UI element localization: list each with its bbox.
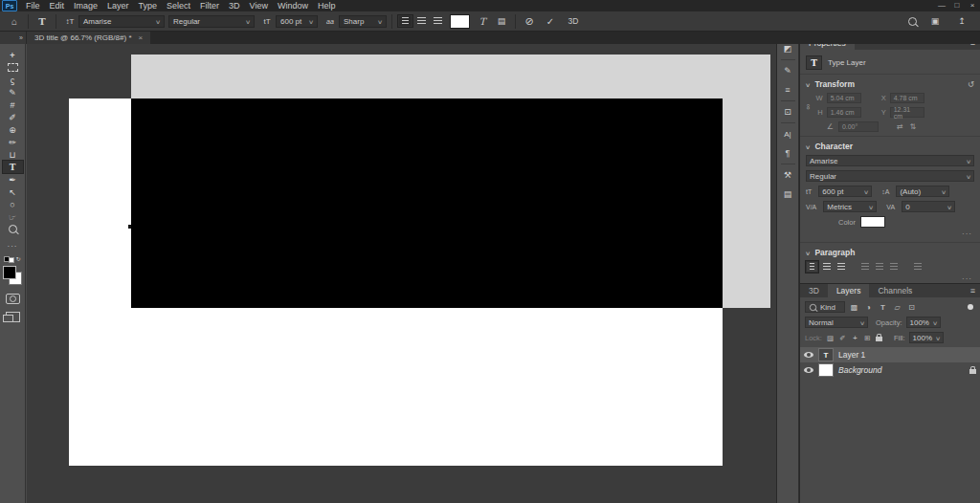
character-panel-icon[interactable]: A| [779, 124, 797, 143]
x-field[interactable]: 4.78 cm [890, 93, 924, 103]
share-icon[interactable]: ↥ [955, 16, 969, 26]
menu-window[interactable]: Window [273, 0, 313, 11]
para-justify-center-button[interactable] [873, 261, 885, 273]
y-field[interactable]: 12.31 cm [890, 107, 924, 118]
filter-pixel-layers-icon[interactable]: ▩ [849, 303, 859, 312]
path-selection-tool[interactable]: ↖ [3, 186, 23, 198]
rectangular-marquee-tool[interactable] [3, 61, 23, 74]
filter-smart-objects-icon[interactable]: ⊡ [906, 303, 917, 312]
character-more-options[interactable]: ··· [806, 230, 972, 238]
menu-type[interactable]: Type [134, 0, 163, 11]
search-icon[interactable] [908, 17, 917, 26]
commit-edits-icon[interactable]: ✓ [544, 16, 557, 27]
anti-alias-select[interactable]: Sharp ∨ [339, 15, 387, 28]
lock-image-pixels-icon[interactable]: ✐ [838, 334, 847, 342]
move-tool[interactable]: + [3, 49, 23, 61]
angle-field[interactable]: 0.00° [838, 121, 879, 132]
para-align-left-button[interactable] [806, 261, 818, 273]
layer-name[interactable]: Layer 1 [838, 350, 865, 360]
type-layer-black-region[interactable] [131, 98, 723, 308]
visibility-eye-icon[interactable] [804, 367, 813, 373]
quick-mask-button[interactable] [6, 294, 20, 304]
fill-select[interactable]: 100% ∨ [909, 332, 944, 343]
3d-button[interactable]: 3D [567, 16, 580, 26]
visibility-eye-icon[interactable] [804, 352, 813, 358]
shape-tool[interactable]: ○ [3, 198, 23, 210]
close-button[interactable]: × [965, 0, 980, 11]
toggle-panels-icon[interactable]: ▤ [495, 16, 508, 26]
menu-edit[interactable]: Edit [45, 0, 70, 11]
pen-tool[interactable]: ✒ [3, 173, 23, 186]
healing-brush-tool[interactable]: ⊕ [3, 123, 23, 136]
height-field[interactable]: 1.46 cm [827, 107, 861, 118]
home-icon[interactable]: ⌂ [8, 16, 21, 27]
tab-layers[interactable]: Layers [828, 284, 870, 297]
edit-toolbar-button[interactable]: ··· [8, 242, 18, 251]
tab-channels[interactable]: Channels [869, 284, 921, 297]
workspace-icon[interactable]: ▣ [928, 16, 942, 26]
paragraph-panel-icon[interactable]: ¶ [779, 143, 797, 163]
type-layer-thumbnail[interactable]: T [818, 348, 834, 361]
menu-image[interactable]: Image [69, 0, 102, 11]
menu-filter[interactable]: Filter [195, 0, 224, 11]
flip-horizontal-icon[interactable]: ⇄ [897, 122, 903, 131]
char-size-select[interactable]: 600 pt ∨ [818, 186, 872, 197]
foreground-color-swatch[interactable] [3, 266, 16, 279]
para-justify-all-button[interactable] [911, 261, 924, 273]
align-right-button[interactable] [431, 14, 445, 28]
filter-kind-select[interactable]: Kind [805, 301, 845, 313]
zoom-tool[interactable] [3, 223, 23, 235]
para-align-right-button[interactable] [835, 261, 847, 273]
opacity-select[interactable]: 100% ∨ [906, 317, 941, 328]
eyedropper-tool[interactable]: ✐ [3, 111, 23, 123]
lock-all-icon[interactable] [876, 337, 882, 341]
flip-vertical-icon[interactable]: ⇅ [910, 122, 917, 131]
lock-position-icon[interactable]: + [851, 334, 859, 342]
align-left-button[interactable] [398, 15, 412, 27]
info-panel-icon[interactable]: ▤ [779, 185, 797, 204]
character-color-swatch[interactable] [860, 216, 885, 228]
crop-tool[interactable]: # [3, 98, 23, 111]
char-font-family-select[interactable]: Amarise ∨ [806, 155, 974, 166]
lasso-tool[interactable]: ϛ [3, 74, 23, 86]
filter-type-layers-icon[interactable]: T [878, 303, 888, 312]
font-family-select[interactable]: Amarise ∨ [78, 15, 165, 28]
tool-presets-panel-icon[interactable]: ⚒ [779, 165, 797, 185]
adjustments-panel-icon[interactable]: ≡ [779, 80, 797, 99]
paragraph-more-options[interactable]: ··· [806, 274, 972, 283]
align-center-button[interactable] [414, 14, 429, 28]
para-justify-right-button[interactable] [887, 261, 900, 273]
menu-layer[interactable]: Layer [102, 0, 134, 11]
menu-3d[interactable]: 3D [224, 0, 245, 11]
char-tracking-select[interactable]: 0 ∨ [902, 201, 955, 212]
screen-mode-button[interactable] [6, 312, 20, 322]
brush-settings-panel-icon[interactable]: ✎ [779, 61, 797, 80]
panel-menu-icon[interactable]: ≡ [970, 284, 980, 297]
lock-transparent-pixels-icon[interactable]: ▨ [826, 334, 835, 342]
font-size-select[interactable]: 600 pt ∨ [276, 15, 318, 28]
close-tab-icon[interactable]: × [139, 33, 144, 42]
menu-file[interactable]: File [21, 0, 45, 11]
tab-3d[interactable]: 3D [800, 284, 828, 297]
quick-selection-tool[interactable]: ✎ [3, 86, 23, 98]
char-kerning-select[interactable]: Metrics ∨ [823, 201, 877, 212]
reset-transform-icon[interactable]: ↺ [968, 79, 974, 89]
layer-name[interactable]: Background [838, 365, 881, 375]
para-justify-left-button[interactable] [858, 261, 871, 273]
minimize-button[interactable]: — [934, 0, 949, 11]
menu-select[interactable]: Select [162, 0, 195, 11]
char-leading-select[interactable]: (Auto) ∨ [896, 186, 949, 197]
document-tab[interactable]: 3D title @ 66.7% (RGB/8#) * × [27, 32, 150, 44]
menu-view[interactable]: View [245, 0, 273, 11]
paragraph-section-header[interactable]: ∨ Paragraph [806, 248, 974, 257]
warp-text-icon[interactable]: T [476, 16, 489, 27]
transform-section-header[interactable]: ∨ Transform ↺ [806, 79, 974, 89]
type-tool[interactable]: T [3, 161, 23, 173]
menu-help[interactable]: Help [313, 0, 341, 11]
clone-source-panel-icon[interactable]: ⊡ [779, 102, 797, 121]
hand-tool[interactable]: ☞ [3, 210, 23, 223]
link-dimensions-icon[interactable]: ∞ [804, 104, 813, 110]
blend-mode-select[interactable]: Normal ∨ [805, 317, 868, 328]
filtering-toggle[interactable] [968, 304, 973, 310]
restore-button[interactable]: □ [949, 0, 965, 11]
